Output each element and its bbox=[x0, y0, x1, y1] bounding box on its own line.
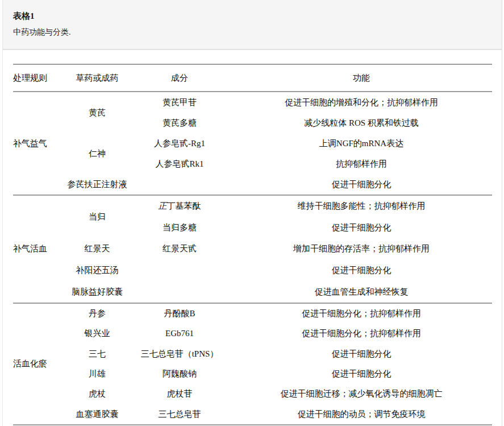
column-header-rule: 处理规则 bbox=[13, 65, 66, 91]
herb-cell: 银兴业 bbox=[66, 324, 128, 344]
table-title: 表格1 bbox=[13, 10, 502, 22]
function-cell: 增加干细胞的存活率；抗抑郁样作用 bbox=[231, 238, 492, 260]
herb-cell: 红景天 bbox=[66, 238, 128, 260]
function-cell: 促进干细胞分化；抗抑郁样作用 bbox=[231, 304, 492, 324]
function-cell: 促进干细胞分化 bbox=[231, 174, 492, 195]
table: 处理规则 草药或成药 成分 功能 补气益气 黄芪 仁神 参芪扶正注射液 黄芪甲苷… bbox=[13, 64, 492, 425]
rule-group-label: 补气益气 bbox=[13, 92, 66, 195]
component-text: 丁基苯酞 bbox=[167, 202, 201, 210]
column-header-herb: 草药或成药 bbox=[66, 65, 128, 91]
function-cell: 上调NGF的mRNA表达 bbox=[231, 133, 492, 154]
component-cell: EGb761 bbox=[128, 324, 231, 344]
table-group-buqi-huoxue: 补气活血 当归 红景天 补阳还五汤 脑脉益好胶囊 正丁基苯酞 当归多糖 红景天甙… bbox=[13, 196, 492, 303]
column-header-component: 成分 bbox=[128, 65, 231, 91]
function-cell: 促进干细胞分化；抗抑郁样作用 bbox=[231, 324, 492, 344]
function-cell: 促进干细胞的增殖和分化；抗抑郁样作用 bbox=[231, 92, 492, 113]
rule-group-label: 补气活血 bbox=[13, 196, 66, 303]
herb-cell: 血塞通胶囊 bbox=[66, 404, 128, 424]
function-cell: 促进干细胞分化 bbox=[231, 217, 492, 239]
function-cell: 促进干细胞分化 bbox=[231, 344, 492, 364]
function-cell: 促进干细胞的动员；调节免疫环境 bbox=[231, 404, 492, 424]
table-group-huoxue-huayu: 活血化瘀 丹参 银兴业 三七 川雄 虎杖 血塞通胶囊 丹酚酸B EGb761 三… bbox=[13, 304, 492, 424]
herb-cell: 虎杖 bbox=[66, 384, 128, 404]
table-header-row: 处理规则 草药或成药 成分 功能 bbox=[13, 65, 492, 91]
herb-cell: 三七 bbox=[66, 344, 128, 364]
table-group-buqi-yiqi: 补气益气 黄芪 仁神 参芪扶正注射液 黄芪甲苷 黄芪多糖 人参皂甙-Rg1 人参… bbox=[13, 92, 492, 195]
component-cell: 黄芪甲苷 bbox=[128, 92, 231, 113]
component-cell: 当归多糖 bbox=[128, 217, 231, 239]
component-cell: 人参皂甙Rk1 bbox=[128, 154, 231, 174]
function-cell: 抗抑郁样作用 bbox=[231, 154, 492, 174]
herb-cell: 参芪扶正注射液 bbox=[66, 174, 128, 195]
paper-table-panel: 表格1 中药功能与分类. 处理规则 草药或成药 成分 功能 补气益气 黄芪 仁神… bbox=[2, 0, 502, 426]
rule-group-label: 活血化瘀 bbox=[13, 304, 66, 424]
function-cell: 促进干细胞迁移；减少氧化诱导的细胞凋亡 bbox=[231, 384, 492, 404]
component-cell: 丹酚酸B bbox=[128, 304, 231, 324]
function-cell: 减少线粒体 ROS 积累和铁过载 bbox=[231, 113, 492, 133]
component-cell: 虎杖苷 bbox=[128, 384, 231, 404]
component-cell: 阿魏酸钠 bbox=[128, 364, 231, 384]
herb-cell: 当归 bbox=[66, 196, 128, 238]
herb-cell: 丹参 bbox=[66, 304, 128, 324]
function-cell: 维持干细胞多能性；抗抑郁样作用 bbox=[231, 196, 492, 217]
function-cell: 促进干细胞分化 bbox=[231, 260, 492, 282]
herb-cell: 脑脉益好胶囊 bbox=[66, 281, 128, 303]
table-header-band: 表格1 中药功能与分类. bbox=[3, 0, 502, 50]
component-cell: 人参皂甙-Rg1 bbox=[128, 133, 231, 154]
herb-cell: 黄芪 bbox=[66, 92, 128, 133]
component-cell: 黄芪多糖 bbox=[128, 113, 231, 133]
column-header-function: 功能 bbox=[231, 65, 492, 91]
component-cell: 三七总皂苷（tPNS） bbox=[128, 344, 231, 364]
component-italic-prefix: 正 bbox=[159, 202, 167, 210]
component-cell: 红景天甙 bbox=[128, 238, 231, 260]
herb-cell: 川雄 bbox=[66, 364, 128, 384]
function-cell: 促进干细胞分化 bbox=[231, 364, 492, 384]
function-cell: 促进血管生成和神经恢复 bbox=[231, 281, 492, 303]
table-caption: 中药功能与分类. bbox=[13, 27, 502, 38]
table-bottom-rule bbox=[13, 424, 492, 425]
herb-cell: 仁神 bbox=[66, 133, 128, 174]
component-cell: 三七总皂苷 bbox=[128, 404, 231, 424]
component-cell: 正丁基苯酞 bbox=[128, 196, 231, 217]
herb-cell: 补阳还五汤 bbox=[66, 260, 128, 282]
